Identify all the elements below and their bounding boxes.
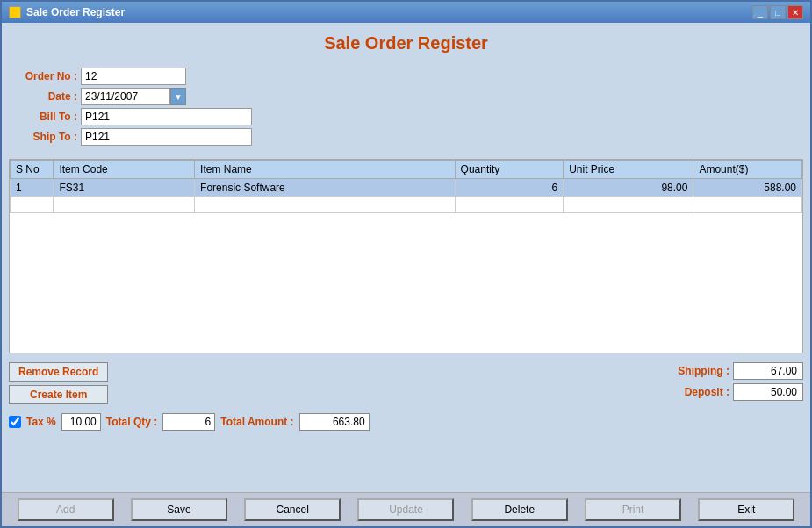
tax-input[interactable] [61,413,101,431]
remove-record-button[interactable]: Remove Record [9,362,108,382]
date-dropdown-button[interactable]: ▼ [170,88,186,105]
cell-unit-price: 98.00 [564,179,693,197]
form-area: Order No : Date : ▼ Bill To : Ship To : [2,61,810,155]
print-button[interactable]: Print [585,498,681,521]
cell-item-name: Forensic Software [195,179,456,197]
order-no-input[interactable] [81,68,186,85]
shipping-row: Shipping : 67.00 [678,362,803,380]
cell-sno: 1 [11,179,54,197]
date-row: Date : ▼ [16,88,796,105]
close-button[interactable]: ✕ [787,5,803,19]
total-amount-label: Total Amount : [220,416,293,428]
bill-to-input[interactable] [81,108,252,125]
title-bar-left: Sale Order Register [9,6,125,18]
update-button[interactable]: Update [357,498,454,521]
cell-empty-sno [11,197,54,213]
deposit-label: Deposit : [685,386,729,398]
bill-to-row: Bill To : [16,108,796,125]
page-title: Sale Order Register [2,23,810,61]
main-content: Sale Order Register Order No : Date : ▼ … [2,23,810,492]
date-label: Date : [16,90,77,103]
cell-empty-amount [693,197,802,213]
footer-bar: Add Save Cancel Update Delete Print Exit [2,492,810,526]
col-unit-price: Unit Price [564,161,693,179]
tax-label: Tax % [26,416,56,428]
deposit-value: 50.00 [733,383,803,401]
main-window: Sale Order Register _ □ ✕ Sale Order Reg… [0,0,812,528]
table-row[interactable]: 1 FS31 Forensic Software 6 98.00 588.00 [11,179,802,197]
bottom-right: Shipping : 67.00 Deposit : 50.00 [678,362,803,401]
bill-to-label: Bill To : [16,111,77,123]
total-qty-input[interactable] [162,413,215,431]
table-body: 1 FS31 Forensic Software 6 98.00 588.00 [11,179,802,213]
ship-to-input[interactable] [81,128,252,146]
cell-empty-name [195,197,456,213]
create-item-button[interactable]: Create Item [9,385,108,404]
order-no-label: Order No : [16,70,77,82]
exit-button[interactable]: Exit [698,498,794,521]
col-quantity: Quantity [455,161,564,179]
order-no-row: Order No : [16,68,796,85]
cell-empty-qty [455,197,564,213]
add-button[interactable]: Add [18,498,114,521]
ship-to-row: Ship To : [16,128,796,146]
cell-empty-price [564,197,693,213]
col-sno: S No [11,161,54,179]
total-qty-label: Total Qty : [106,416,157,428]
title-bar: Sale Order Register _ □ ✕ [2,2,810,23]
table-header: S No Item Code Item Name Quantity Unit P… [11,161,802,179]
bottom-area: Remove Record Create Item Shipping : 67.… [2,357,810,410]
items-table: S No Item Code Item Name Quantity Unit P… [10,160,802,213]
minimize-button[interactable]: _ [752,5,768,19]
table-row-empty[interactable] [11,197,802,213]
save-button[interactable]: Save [131,498,227,521]
tax-checkbox[interactable] [9,416,21,428]
cell-quantity: 6 [455,179,564,197]
shipping-value: 67.00 [733,362,803,380]
date-input[interactable] [81,88,170,105]
date-input-container: ▼ [81,88,186,105]
cancel-button[interactable]: Cancel [244,498,341,521]
table-scroll-area[interactable]: S No Item Code Item Name Quantity Unit P… [10,160,802,353]
window-title: Sale Order Register [26,6,125,18]
col-item-name: Item Name [195,161,456,179]
deposit-row: Deposit : 50.00 [685,383,803,401]
cell-amount: 588.00 [693,179,802,197]
total-amount-input[interactable] [299,413,370,431]
bottom-left: Remove Record Create Item [9,362,108,404]
maximize-button[interactable]: □ [770,5,786,19]
shipping-label: Shipping : [678,365,729,377]
data-table-container: S No Item Code Item Name Quantity Unit P… [9,159,803,353]
cell-item-code: FS31 [54,179,195,197]
window-controls: _ □ ✕ [752,5,803,19]
delete-button[interactable]: Delete [471,498,568,521]
cell-empty-code [54,197,195,213]
col-item-code: Item Code [54,161,195,179]
totals-row: Tax % Total Qty : Total Amount : [2,410,810,434]
app-icon [9,6,21,18]
ship-to-label: Ship To : [16,131,77,143]
col-amount: Amount($) [693,161,802,179]
